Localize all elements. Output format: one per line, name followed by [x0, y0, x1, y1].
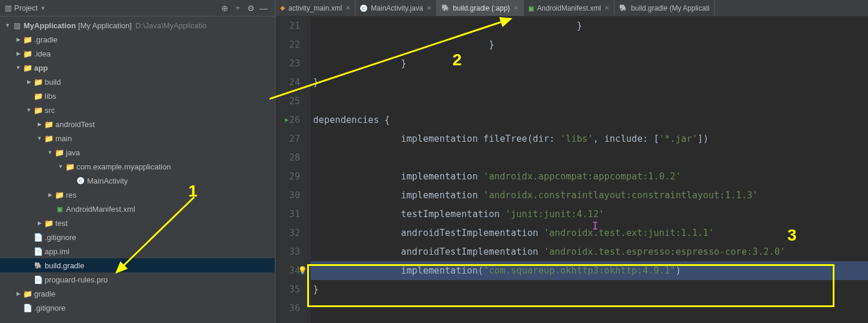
tree-item[interactable]: ▼📁app	[0, 61, 275, 75]
tree-item-icon: 📄	[33, 233, 44, 242]
expand-arrow[interactable]: ▼	[14, 65, 22, 71]
line-number: 21	[275, 16, 300, 35]
line-number: 23	[275, 54, 300, 73]
project-tree[interactable]: ▼ ▥ MyApplication [My Application] D:\Ja…	[0, 16, 275, 323]
run-gutter-icon[interactable]: ▶	[285, 111, 289, 129]
expand-arrow[interactable]: ▶	[14, 291, 22, 297]
code-line[interactable]: }	[311, 73, 868, 92]
close-icon[interactable]: ✕	[427, 5, 431, 11]
expand-arrow[interactable]: ▶	[25, 79, 33, 85]
tree-item-label: gradle	[34, 289, 55, 298]
editor-tab[interactable]: ◆activity_main.xml✕	[275, 0, 355, 16]
tree-item[interactable]: ▣AndroidManifest.xml	[0, 202, 275, 216]
close-icon[interactable]: ✕	[604, 5, 609, 11]
code-line[interactable]: implementation 'androidx.constraintlayou…	[311, 186, 868, 205]
tree-item[interactable]: 📁libs	[0, 89, 275, 103]
tree-item[interactable]: 📄proguard-rules.pro	[0, 272, 275, 287]
tab-label: build.gradle (:app)	[453, 4, 510, 12]
collapse-button[interactable]: ÷	[231, 2, 244, 15]
line-number: 30	[275, 186, 300, 205]
tree-item-label: .idea	[34, 49, 51, 58]
expand-arrow[interactable]: ▼	[25, 107, 33, 113]
tree-item[interactable]: ▼📁java	[0, 145, 275, 159]
code-line[interactable]	[311, 299, 868, 318]
tree-item[interactable]: ▶📁.gradle	[0, 32, 275, 46]
editor-tab[interactable]: 🐘build.gradle (My Applicati	[614, 0, 714, 16]
tree-item-label: libs	[45, 92, 56, 101]
tab-file-icon: 🐘	[441, 4, 450, 12]
code-line[interactable]: 💡 implementation("com.squareup.okhttp3:o…	[311, 261, 868, 280]
chevron-down-icon: ▼	[40, 5, 45, 11]
tab-file-icon: ▣	[528, 5, 534, 12]
tree-item[interactable]: ▶📁gradle	[0, 287, 275, 301]
sidebar-header: ▥ Project ▼ ⊕ ÷ ⚙ —	[0, 0, 275, 16]
expand-arrow[interactable]: ▼	[4, 22, 12, 28]
tab-file-icon: 🐘	[619, 4, 627, 12]
tree-item[interactable]: 🐘build.gradle	[0, 258, 275, 272]
tree-item[interactable]: 📄app.iml	[0, 244, 275, 258]
code-line[interactable]: testImplementation 'junit:junit:4.12'	[311, 205, 868, 224]
code-line[interactable]: }	[311, 16, 868, 35]
tree-item[interactable]: ▼📁src	[0, 103, 275, 117]
code-line[interactable]: }	[311, 54, 868, 73]
code-line[interactable]	[311, 148, 868, 167]
tree-item-label: build.gradle	[45, 261, 84, 270]
expand-arrow[interactable]: ▼	[35, 135, 44, 141]
code-line[interactable]: ▶dependencies {	[311, 111, 868, 129]
tab-label: AndroidManifest.xml	[537, 4, 601, 12]
hide-button[interactable]: —	[257, 2, 270, 15]
tree-item-label: build	[45, 78, 61, 86]
tree-item-icon: 📁	[44, 120, 54, 129]
tree-item-label: src	[45, 106, 55, 115]
tree-item-label: androidTest	[55, 120, 95, 129]
expand-arrow[interactable]: ▼	[56, 164, 65, 169]
tree-item[interactable]: ▶📁test	[0, 216, 275, 230]
tab-file-icon: C	[360, 4, 367, 12]
tree-item-icon: 🐘	[33, 262, 44, 269]
tree-item-label: app	[34, 64, 48, 72]
tree-item[interactable]: ▼📁com.example.myapplication	[0, 159, 275, 174]
tree-item[interactable]: ▼📁main	[0, 131, 275, 145]
tree-root[interactable]: ▼ ▥ MyApplication [My Application] D:\Ja…	[0, 18, 275, 32]
code-line[interactable]: implementation 'androidx.appcompat:appco…	[311, 167, 868, 186]
expand-arrow[interactable]: ▶	[35, 220, 44, 226]
close-icon[interactable]: ✕	[514, 5, 518, 11]
tree-item[interactable]: ▶📁.idea	[0, 46, 275, 61]
expand-arrow[interactable]: ▼	[46, 149, 54, 155]
tree-item-label: MainActivity	[87, 177, 128, 185]
code-line[interactable]: }	[311, 280, 868, 299]
tree-item-label: AndroidManifest.xml	[66, 205, 135, 214]
tree-item[interactable]: 📄.gitignore	[0, 230, 275, 244]
expand-arrow[interactable]: ▶	[35, 121, 44, 127]
tree-item-label: main	[55, 134, 72, 143]
tree-item-label: .gitignore	[45, 233, 76, 242]
settings-button[interactable]: ⚙	[244, 2, 257, 15]
code-line[interactable]	[311, 92, 868, 111]
locate-button[interactable]: ⊕	[218, 2, 231, 15]
expand-arrow[interactable]: ▶	[14, 51, 22, 56]
tree-item[interactable]: ▶📁build	[0, 75, 275, 89]
expand-arrow[interactable]: ▶	[46, 192, 54, 198]
code-area[interactable]: } } }}▶dependencies { implementation fil…	[311, 16, 868, 323]
editor-tab[interactable]: CMainActivity.java✕	[355, 0, 436, 16]
code-line[interactable]: androidTestImplementation 'androidx.test…	[311, 224, 868, 242]
line-number: 27	[275, 129, 300, 148]
tree-item[interactable]: 📄.gitignore	[0, 301, 275, 315]
tree-item-icon: 📄	[22, 304, 33, 312]
code-line[interactable]: androidTestImplementation 'androidx.test…	[311, 242, 868, 261]
tree-item[interactable]: ▶📁androidTest	[0, 117, 275, 131]
tree-item-icon: 📁	[54, 191, 65, 199]
editor-tab[interactable]: 🐘build.gradle (:app)✕	[437, 0, 524, 16]
tree-item-label: res	[66, 191, 77, 199]
project-dropdown[interactable]: ▥ Project ▼	[5, 4, 45, 12]
close-icon[interactable]: ✕	[345, 5, 350, 11]
tree-item[interactable]: ▶📁res	[0, 188, 275, 202]
code-line[interactable]: }	[311, 35, 868, 54]
tree-item[interactable]: CMainActivity	[0, 174, 275, 188]
expand-arrow[interactable]: ▶	[14, 36, 22, 42]
bulb-icon[interactable]: 💡	[298, 261, 307, 280]
editor-tab[interactable]: ▣AndroidManifest.xml✕	[524, 0, 615, 16]
line-number: 32	[275, 224, 300, 242]
code-editor[interactable]: 21222324252627282930313233343536 } } }}▶…	[275, 16, 868, 323]
code-line[interactable]: implementation fileTree(dir: 'libs', inc…	[311, 129, 868, 148]
